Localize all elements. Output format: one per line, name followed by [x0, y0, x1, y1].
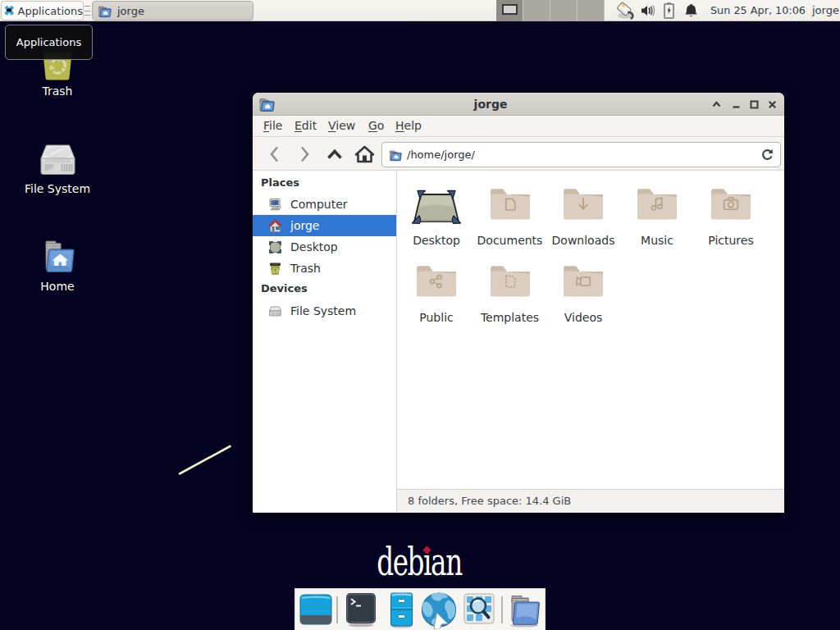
desktop-icon-home[interactable]: Home [18, 239, 97, 293]
window-sidebar: Places Computer jorge [253, 171, 397, 512]
debian-wordmark: debıan [361, 541, 477, 583]
taskbar-window-label: jorge [117, 5, 144, 17]
sidebar-item-label: File System [290, 304, 356, 317]
panel-handle[interactable] [84, 6, 90, 16]
battery-tray-icon[interactable] [663, 0, 675, 21]
top-panel: Applications jorge [0, 0, 840, 21]
sidebar-item-label: jorge [290, 219, 319, 232]
file-label: Pictures [678, 234, 783, 247]
xfce-logo-icon [4, 4, 15, 17]
file-manager-window: jorge File Edit View Go Help [253, 93, 784, 513]
sidebar-item-desktop[interactable]: Desktop [253, 236, 396, 258]
sidebar-item-computer[interactable]: Computer [253, 194, 396, 215]
sidebar-item-label: Computer [290, 198, 348, 211]
show-desktop-button[interactable] [299, 593, 332, 626]
power-plug-tray-icon[interactable] [616, 0, 635, 21]
back-button[interactable] [269, 137, 280, 171]
workspace-pager[interactable] [496, 0, 605, 21]
home-button[interactable] [354, 137, 375, 171]
sidebar-item-trash[interactable]: Trash [253, 258, 396, 279]
sidebar-header-devices: Devices [261, 279, 308, 299]
house-icon [268, 219, 282, 233]
menu-file[interactable]: File [263, 116, 282, 136]
window-shade-button[interactable] [710, 98, 722, 110]
window-title: jorge [417, 93, 564, 116]
menu-edit[interactable]: Edit [294, 116, 317, 136]
computer-icon [268, 198, 282, 212]
up-button[interactable] [326, 137, 343, 171]
directory-menu-button[interactable] [507, 592, 541, 628]
menu-view[interactable]: View [328, 116, 355, 136]
dock-separator [501, 596, 503, 623]
notifications-tray-icon[interactable] [684, 0, 698, 21]
web-browser-icon [420, 591, 458, 629]
terminal-launcher[interactable] [345, 592, 377, 628]
window-statusbar: 8 folders, Free space: 14.4 GiB [397, 489, 784, 513]
workspace-window-thumb [502, 4, 518, 15]
file-manager-launcher[interactable] [390, 592, 413, 628]
forward-button[interactable] [299, 137, 310, 171]
file-videos[interactable]: Videos [547, 261, 619, 328]
workspace-2[interactable] [523, 0, 550, 21]
show-desktop-icon [299, 593, 332, 626]
taskbar-window-button[interactable]: jorge [92, 1, 253, 21]
applications-menu-label: Applications [18, 5, 83, 17]
hard-drive-icon [39, 143, 77, 177]
window-close-button[interactable] [766, 98, 778, 110]
app-finder-launcher[interactable] [463, 593, 495, 624]
applications-menu-button[interactable]: Applications [1, 1, 84, 21]
volume-tray-icon[interactable] [641, 0, 655, 21]
directory-folder-icon [507, 592, 541, 628]
panel-clock[interactable]: Sun 25 Apr, 10:06 [710, 0, 806, 21]
sidebar-item-label: Desktop [290, 240, 338, 253]
menu-go[interactable]: Go [368, 116, 384, 136]
window-menubar: File Edit View Go Help [253, 116, 784, 137]
workspace-3[interactable] [550, 0, 578, 21]
window-maximize-button[interactable] [748, 98, 760, 110]
window-toolbar: /home/jorge/ [253, 137, 784, 171]
panel-username[interactable]: jorge [812, 0, 839, 21]
trash-can-icon [268, 262, 282, 276]
file-cabinet-icon [390, 592, 413, 628]
window-home-folder-icon [258, 96, 275, 112]
location-path[interactable]: /home/jorge/ [407, 148, 475, 161]
desktop-icon-label: File System [18, 182, 97, 195]
desktop-icon [268, 240, 282, 254]
home-folder-icon [39, 239, 76, 275]
desktop-icon-label: Trash [18, 84, 97, 98]
location-bar[interactable]: /home/jorge/ [381, 142, 781, 167]
open-home-folder-icon [97, 4, 112, 18]
pathbar-home-folder-icon [388, 148, 402, 162]
tooltip-text: Applications [16, 36, 81, 48]
sidebar-item-file-system[interactable]: File System [253, 300, 396, 322]
sidebar-item-jorge[interactable]: jorge [253, 215, 396, 236]
file-pictures[interactable]: Pictures [695, 184, 767, 251]
web-browser-launcher[interactable] [420, 591, 458, 629]
menu-help[interactable]: Help [395, 116, 422, 136]
workspace-1[interactable] [496, 0, 523, 21]
workspace-4[interactable] [578, 0, 605, 21]
applications-tooltip: Applications [5, 25, 93, 60]
terminal-icon [345, 592, 377, 628]
reload-button[interactable] [761, 148, 774, 164]
sidebar-header-places: Places [261, 173, 299, 193]
window-minimize-button[interactable] [730, 98, 742, 110]
sidebar-item-label: Trash [290, 262, 321, 275]
file-icon-view[interactable]: DesktopDocumentsDownloadsMusicPicturesPu… [397, 171, 784, 489]
bottom-dock [294, 588, 546, 630]
window-titlebar[interactable]: jorge [253, 93, 784, 116]
dock-separator [336, 596, 338, 623]
file-label: Videos [531, 311, 636, 324]
application-finder-icon [463, 593, 495, 624]
desktop-icon-file-system[interactable]: File System [18, 143, 97, 195]
desktop-icon-label: Home [18, 280, 97, 293]
hard-drive-icon [268, 304, 282, 318]
statusbar-text: 8 folders, Free space: 14.4 GiB [408, 495, 571, 507]
